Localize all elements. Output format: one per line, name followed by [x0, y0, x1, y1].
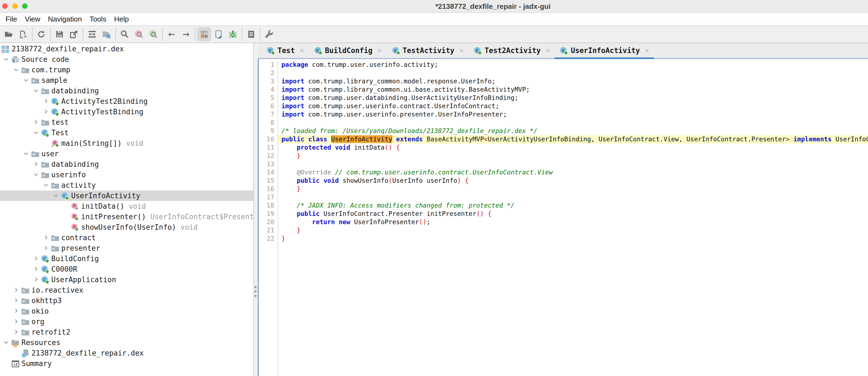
minimize-window-button[interactable]: [12, 3, 18, 9]
chevron-right-icon[interactable]: [31, 255, 41, 263]
tab-testactivity[interactable]: cTestActivity×: [386, 43, 468, 58]
tree-item-activitytestbinding[interactable]: cActivityTestBinding: [0, 107, 253, 117]
chevron-right-icon[interactable]: [11, 296, 21, 305]
tab-test[interactable]: cTest×: [261, 43, 309, 58]
menu-navigation[interactable]: Navigation: [44, 15, 86, 23]
tree-item-2138772-dexfile-repair-dex[interactable]: 2138772_dexfile_repair.dex: [0, 44, 253, 54]
code-line[interactable]: [278, 193, 868, 202]
open-file-button[interactable]: [2, 27, 16, 41]
tree-item-sample[interactable]: sample: [0, 75, 253, 86]
chevron-right-icon[interactable]: [41, 108, 51, 116]
tree-item-test[interactable]: test: [0, 117, 253, 127]
tree-item-source-code[interactable]: Source code: [0, 54, 253, 65]
chevron-right-icon[interactable]: [41, 244, 51, 252]
menu-file[interactable]: File: [2, 15, 21, 23]
menu-help[interactable]: Help: [110, 15, 133, 23]
tree-item-activitytest2binding[interactable]: cActivityTest2Binding: [0, 96, 253, 107]
chevron-down-icon[interactable]: [41, 181, 51, 190]
code-line[interactable]: /* JADX INFO: Access modifiers changed f…: [278, 202, 868, 210]
tree-item-userinfoactivity[interactable]: cUserInfoActivity: [0, 191, 253, 201]
tree-item-showuserinfo-userinfo[interactable]: mshowUserInfo(UserInfo) void: [0, 222, 253, 232]
code-line[interactable]: /* loaded from: /Users/yanq/Downloads/21…: [278, 127, 868, 135]
close-icon[interactable]: ×: [300, 47, 304, 55]
close-icon[interactable]: ×: [645, 47, 649, 55]
tree-item-databinding[interactable]: databinding: [0, 159, 253, 170]
tree-item-buildconfig[interactable]: cBuildConfig: [0, 254, 253, 264]
tree-item-summary[interactable]: Summary: [0, 358, 253, 369]
chevron-down-icon[interactable]: [22, 150, 31, 158]
menu-view[interactable]: View: [21, 15, 44, 23]
tree-item-io-reactivex[interactable]: io.reactivex: [0, 285, 253, 295]
add-files-button[interactable]: [16, 27, 30, 41]
log-viewer-button[interactable]: [244, 27, 258, 41]
tree-item-initdata[interactable]: minitData() void: [0, 201, 253, 211]
chevron-down-icon[interactable]: [31, 171, 41, 179]
code-line[interactable]: @Override // com.trump.user.userinfo.con…: [278, 168, 868, 177]
code-line[interactable]: [278, 69, 868, 77]
tree-item-initpresenter[interactable]: minitPresenter() UserInfoContract$Presen…: [0, 211, 253, 222]
code-line[interactable]: protected void initData() {: [278, 144, 868, 152]
save-all-button[interactable]: [53, 27, 67, 41]
code-line[interactable]: public void showUserInfo(UserInfo userIn…: [278, 177, 868, 185]
zoom-window-button[interactable]: [22, 3, 28, 9]
chevron-right-icon[interactable]: [41, 234, 51, 242]
chevron-down-icon[interactable]: [11, 66, 21, 74]
chevron-right-icon[interactable]: [41, 97, 51, 106]
panel-splitter[interactable]: [253, 43, 258, 376]
text-search-button[interactable]: [118, 27, 132, 41]
export-button[interactable]: [67, 27, 81, 41]
tree-item-user[interactable]: user: [0, 148, 253, 159]
close-icon[interactable]: ×: [546, 47, 550, 55]
code-line[interactable]: public UserInfoContract.Presenter initPr…: [278, 210, 868, 218]
chevron-right-icon[interactable]: [11, 307, 21, 315]
chevron-down-icon[interactable]: [31, 128, 41, 137]
chevron-right-icon[interactable]: [11, 328, 21, 336]
tree-item-c0000r[interactable]: cC0000R: [0, 264, 253, 274]
tree-item-resources[interactable]: Resources: [0, 337, 253, 348]
tree-item-databinding[interactable]: databinding: [0, 86, 253, 96]
comment-search-button[interactable]: [146, 27, 161, 41]
tree-item-org[interactable]: org: [0, 316, 253, 327]
tree-item-userapplication[interactable]: cUserApplication: [0, 274, 253, 285]
back-button[interactable]: ←: [164, 27, 179, 41]
chevron-right-icon[interactable]: [11, 317, 21, 326]
chevron-down-icon[interactable]: [22, 76, 31, 85]
chevron-right-icon[interactable]: [31, 276, 41, 284]
code-line[interactable]: }: [278, 152, 868, 160]
code-line[interactable]: }: [278, 185, 868, 193]
tree-item-contract[interactable]: contract: [0, 232, 253, 243]
tree-item-activity[interactable]: activity: [0, 180, 253, 191]
chevron-down-icon[interactable]: [31, 87, 41, 95]
flatten-packages-button[interactable]: [85, 27, 99, 41]
chevron-right-icon[interactable]: [31, 160, 41, 168]
tree-item-main-string[interactable]: mmain(String[]) void: [0, 138, 253, 148]
file-tree[interactable]: 2138772_dexfile_repair.dexSource codecom…: [0, 43, 253, 376]
close-window-button[interactable]: [2, 3, 8, 9]
workspace-folders-button[interactable]: [99, 27, 114, 41]
tree-item-presenter[interactable]: presenter: [0, 243, 253, 254]
code-line[interactable]: public class UserInfoActivity extends Ba…: [278, 135, 868, 144]
code-column[interactable]: package com.trump.user.userinfo.activity…: [278, 61, 868, 376]
tab-userinfoactivity[interactable]: cUserInfoActivity×: [555, 43, 654, 58]
chevron-right-icon[interactable]: [31, 265, 41, 273]
preferences-button[interactable]: [262, 27, 276, 41]
tree-item-retrofit2[interactable]: retrofit2: [0, 327, 253, 337]
device-edit-button[interactable]: [211, 27, 226, 41]
tree-item-userinfo[interactable]: userinfo: [0, 170, 253, 180]
code-line[interactable]: import com.trump.user.userinfo.contract.…: [278, 102, 868, 110]
code-line[interactable]: [278, 119, 868, 127]
code-line[interactable]: import com.trump.user.userinfo.presenter…: [278, 110, 868, 119]
code-line[interactable]: }: [278, 226, 868, 235]
chevron-down-icon[interactable]: [51, 192, 61, 200]
chevron-down-icon[interactable]: [2, 339, 11, 347]
code-line[interactable]: package com.trump.user.userinfo.activity…: [278, 61, 868, 69]
chevron-right-icon[interactable]: [11, 286, 21, 294]
reload-button[interactable]: [34, 27, 49, 41]
chevron-down-icon[interactable]: [2, 55, 11, 63]
forward-button[interactable]: →: [179, 27, 193, 41]
code-line[interactable]: [278, 160, 868, 168]
tree-item-test[interactable]: cTest: [0, 127, 253, 138]
tree-item-okhttp3[interactable]: okhttp3: [0, 295, 253, 306]
tree-item-2138772-dexfile-repair-dex[interactable]: J2138772_dexfile_repair.dex: [0, 348, 253, 358]
code-line[interactable]: import com.trump.library_common.model.re…: [278, 77, 868, 86]
